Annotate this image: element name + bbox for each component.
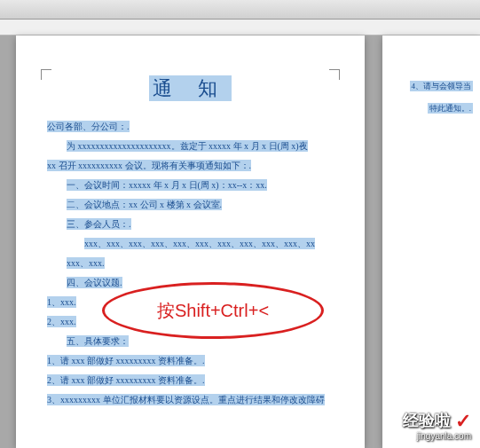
ruler bbox=[0, 20, 480, 35]
title-text: 通 知 bbox=[149, 75, 232, 101]
line-item-5-3[interactable]: 3、xxxxxxxxx 单位汇报材料要以资源设点。重点进行结果和停改改障碍 bbox=[47, 391, 334, 408]
side-line-1[interactable]: 4、请与会领导当 bbox=[390, 75, 473, 98]
line-item-4[interactable]: 四、会议议题. bbox=[47, 274, 334, 291]
document-title[interactable]: 通 知 bbox=[47, 75, 334, 102]
line-item-4-2[interactable]: 2、xxx. bbox=[47, 313, 334, 330]
line-departments[interactable]: 公司各部、分公司：. bbox=[47, 118, 334, 135]
line-item-5-2[interactable]: 2、请 xxx 部做好 xxxxxxxxx 资料准备。. bbox=[47, 372, 334, 389]
line-names-2[interactable]: xxx、xxx. bbox=[47, 255, 334, 271]
margin-corner-tl bbox=[41, 69, 51, 80]
line-item-5[interactable]: 五、具体要求： bbox=[47, 333, 334, 350]
line-item-1[interactable]: 一、会议时间：xxxxx 年 x 月 x 日(周 x)：xx--x：xx. bbox=[47, 177, 334, 193]
line-intro-1[interactable]: 为 xxxxxxxxxxxxxxxxxxxxx。兹定于 xxxxx 年 x 月 … bbox=[47, 138, 334, 154]
document-page[interactable]: 通 知 公司各部、分公司：. 为 xxxxxxxxxxxxxxxxxxxxx。兹… bbox=[16, 35, 365, 448]
workspace: 通 知 公司各部、分公司：. 为 xxxxxxxxxxxxxxxxxxxxx。兹… bbox=[0, 35, 480, 448]
line-item-5-1[interactable]: 1、请 xxx 部做好 xxxxxxxxx 资料准备。. bbox=[47, 352, 334, 369]
line-item-3[interactable]: 三、参会人员：. bbox=[47, 216, 334, 232]
line-item-2[interactable]: 二、会议地点：xx 公司 x 楼第 x 会议室. bbox=[47, 196, 334, 213]
side-line-2[interactable]: 特此通知。. bbox=[390, 98, 473, 120]
margin-corner-tr bbox=[329, 69, 340, 80]
line-item-4-1[interactable]: 1、xxx. bbox=[47, 294, 334, 310]
document-page-next[interactable]: 4、请与会领导当 特此通知。. bbox=[382, 35, 480, 448]
line-intro-2[interactable]: xx 召开 xxxxxxxxxx 会议。现将有关事项通知如下：. bbox=[47, 157, 334, 174]
line-names-1[interactable]: xxx、xxx、xxx、xxx、xxx、xxx、xxx、xxx、xxx、xxx、… bbox=[47, 235, 334, 252]
toolbar[interactable] bbox=[0, 0, 480, 20]
